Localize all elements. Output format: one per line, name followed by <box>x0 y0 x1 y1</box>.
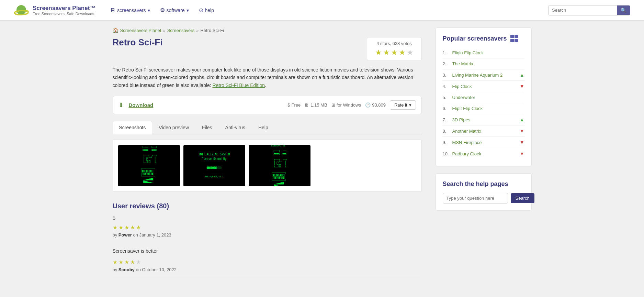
rating-box: 4 stars, 638 votes ★ ★ ★ ★ ★ <box>367 37 422 61</box>
help-search-input[interactable] <box>443 193 508 204</box>
download-arrow-icon: ⬇ <box>118 101 124 109</box>
chevron-down-icon: ▾ <box>148 8 150 13</box>
popular-item-6: 6. FlipIt Flip Clock <box>443 103 524 114</box>
breadcrumb-screensavers-link[interactable]: Screensavers <box>167 28 194 33</box>
page-title: Retro Sci-Fi <box>113 37 163 48</box>
dollar-icon: $ <box>287 102 290 108</box>
star-2: ★ <box>383 48 390 57</box>
popular-link-3[interactable]: Living Marine Aquarium 2 <box>452 73 517 78</box>
review-1-author-name: Power <box>118 232 132 238</box>
nav-help-label: help <box>205 8 214 13</box>
price-meta: $ Free <box>287 102 301 108</box>
review-1: 5 ★ ★ ★ ★ ★ by Power on January 1, 2023 <box>113 215 422 238</box>
nav-screensavers-label: screensavers <box>117 8 146 13</box>
clock-icon: 🕐 <box>365 102 371 108</box>
stars-display: ★ ★ ★ ★ ★ <box>373 48 416 57</box>
popular-link-7[interactable]: 3D Pipes <box>452 117 517 122</box>
popular-link-5[interactable]: Underwater <box>452 95 524 100</box>
popular-screensavers-section: Popular screensavers 1. Fliqlo Flip Cloc… <box>436 28 532 166</box>
windows-meta-icon: ⊞ <box>331 102 335 108</box>
review-1-author: by Power on January 1, 2023 <box>113 232 422 238</box>
breadcrumb-current: Retro Sci-Fi <box>200 28 224 33</box>
help-search-title: Search the help pages <box>443 180 524 188</box>
tab-antivirus[interactable]: Anti-virus <box>219 121 252 134</box>
popular-item-10: 10. Padbury Clock ▼ <box>443 148 524 159</box>
sidebar: Popular screensavers 1. Fliqlo Flip Cloc… <box>436 28 532 283</box>
popular-screensavers-title: Popular screensavers <box>443 35 524 42</box>
popular-list: 1. Fliqlo Flip Clock 2. The Matrix 3. Li… <box>443 47 524 159</box>
breadcrumb-sep-1: » <box>163 28 165 33</box>
blue-edition-link[interactable]: Retro Sci-Fi Blue Edition <box>213 82 265 88</box>
chevron-down-icon-2: ▾ <box>187 8 189 13</box>
review-2-stars: ★ ★ ★ ★ ★ <box>113 259 422 265</box>
tab-panel-screenshots: SA9CO/8345 C2365/OA65 S B331CHF/785 [===… <box>113 140 422 192</box>
header-search: 🔍 <box>548 5 630 15</box>
star-5: ★ <box>407 48 414 57</box>
help-search-section: Search the help pages Search <box>436 173 532 211</box>
popular-item-4: 4. Flip Clock ▼ <box>443 81 524 92</box>
nav-help[interactable]: ⊙ help <box>195 4 218 16</box>
svg-point-0 <box>16 5 26 15</box>
main-nav: 🖥 screensavers ▾ ⚙ software ▾ ⊙ help <box>106 4 538 16</box>
download-meta: $ Free 🗎 1.15 MB ⊞ for Windows 🕐 93,809 … <box>287 100 416 110</box>
popular-link-6[interactable]: FlipIt Flip Clock <box>452 106 524 111</box>
site-logo[interactable]: Screensavers Planet™ Free Screensavers. … <box>14 2 95 18</box>
gear-icon: ⚙ <box>160 7 165 13</box>
nav-software[interactable]: ⚙ software ▾ <box>156 4 193 16</box>
screenshot-1[interactable]: SA9CO/8345 C2365/OA65 S B331CHF/785 [===… <box>118 145 180 186</box>
screenshot-2[interactable]: INITIALIZING SYSTEM Please Stand By ▓▓▓▓… <box>183 145 245 186</box>
header-search-button[interactable]: 🔍 <box>617 6 630 15</box>
arrow-down-icon-9: ▼ <box>520 140 524 145</box>
home-icon: 🏠 <box>113 28 118 33</box>
monitor-icon: 🖥 <box>110 7 115 13</box>
popular-link-9[interactable]: MSN Fireplace <box>452 140 517 145</box>
user-reviews-title: User reviews (80) <box>113 202 422 210</box>
nav-screensavers[interactable]: 🖥 screensavers ▾ <box>106 4 154 16</box>
review-2-author: by Scooby on October 10, 2022 <box>113 267 422 272</box>
review-2-author-name: Scooby <box>118 267 135 272</box>
logo-title: Screensavers Planet™ <box>33 5 95 12</box>
tabs-bar: Screenshots Video preview Files Anti-vir… <box>113 121 422 134</box>
page-container: 🏠 Screensavers Planet » Screensavers » R… <box>99 21 545 290</box>
help-search-button[interactable]: Search <box>511 193 534 203</box>
windows-icon <box>510 35 518 42</box>
tab-files[interactable]: Files <box>195 121 219 134</box>
help-search-row: Search <box>443 193 524 204</box>
rate-it-button[interactable]: Rate it ▾ <box>390 100 416 110</box>
popular-item-9: 9. MSN Fireplace ▼ <box>443 137 524 148</box>
arrow-down-icon-4: ▼ <box>520 84 524 89</box>
tab-screenshots[interactable]: Screenshots <box>113 121 152 134</box>
header-search-input[interactable] <box>549 6 617 15</box>
screenshot-3[interactable]: ≈F53/OA79 C65C/04PP BS31CHF/785 [====] [… <box>249 145 310 186</box>
size-meta: 🗎 1.15 MB <box>305 102 327 108</box>
platform-meta: ⊞ for Windows <box>331 102 361 108</box>
popular-link-8[interactable]: Another Matrix <box>452 129 517 134</box>
nav-software-label: software <box>167 8 185 13</box>
breadcrumb-home-link[interactable]: Screensavers Planet <box>120 28 161 33</box>
popular-link-1[interactable]: Fliqlo Flip Clock <box>452 50 524 55</box>
download-bar: ⬇ Download $ Free 🗎 1.15 MB ⊞ for Window… <box>113 96 422 114</box>
review-2-date: October 10, 2022 <box>142 267 177 272</box>
popular-item-8: 8. Another Matrix ▼ <box>443 125 524 137</box>
site-header: Screensavers Planet™ Free Screensavers. … <box>0 0 644 21</box>
review-divider-1 <box>113 243 422 243</box>
rate-chevron-icon: ▾ <box>409 102 411 108</box>
title-row: Retro Sci-Fi 4 stars, 638 votes ★ ★ ★ ★ … <box>113 37 422 61</box>
tab-video-preview[interactable]: Video preview <box>152 121 195 134</box>
download-link[interactable]: Download <box>129 102 154 108</box>
star-3: ★ <box>391 48 398 57</box>
popular-item-3: 3. Living Marine Aquarium 2 ▲ <box>443 69 524 81</box>
popular-item-5: 5. Underwater <box>443 92 524 103</box>
popular-link-10[interactable]: Padbury Clock <box>452 151 517 156</box>
review-1-stars: ★ ★ ★ ★ ★ <box>113 224 422 231</box>
breadcrumb: 🏠 Screensavers Planet » Screensavers » R… <box>113 28 422 33</box>
logo-subtitle: Free Screensavers. Safe Downloads. <box>33 12 95 16</box>
arrow-down-icon-10: ▼ <box>520 151 524 156</box>
popular-item-1: 1. Fliqlo Flip Clock <box>443 47 524 58</box>
review-2: Screensaver is better ★ ★ ★ ★ ★ by Scoob… <box>113 248 422 272</box>
breadcrumb-sep-2: » <box>196 28 199 33</box>
arrow-up-icon-7: ▲ <box>520 117 524 122</box>
popular-link-4[interactable]: Flip Clock <box>452 84 517 89</box>
popular-link-2[interactable]: The Matrix <box>452 61 524 66</box>
tab-help[interactable]: Help <box>252 121 275 134</box>
